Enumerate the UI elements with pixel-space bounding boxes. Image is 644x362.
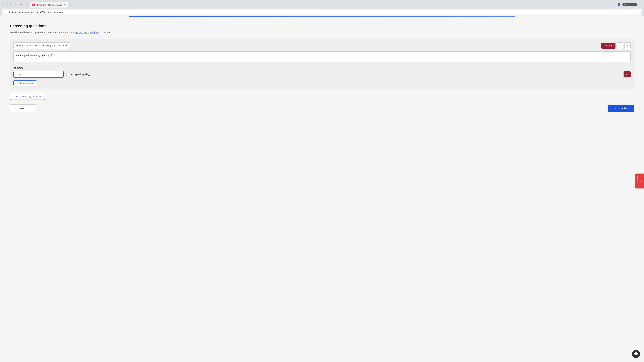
top-banner bbox=[129, 16, 515, 17]
question-type-label: Multiple choice — single answer (radio b… bbox=[16, 44, 65, 47]
question-card-header: Multiple choice — single answer (radio b… bbox=[14, 42, 630, 49]
browser-actions: ☆ ⇩ 👤 Incognito (2) ⋮ bbox=[608, 2, 642, 7]
reload-button[interactable]: ↻ bbox=[24, 2, 29, 6]
feedback-label: Feedback bbox=[636, 176, 639, 186]
tips-link[interactable]: tips and best practices bbox=[75, 31, 98, 34]
chat-icon: 💬 bbox=[634, 352, 638, 356]
back-nav-button[interactable]: ← bbox=[13, 3, 18, 6]
question-textarea[interactable]: Are the products satisfying to buy? bbox=[14, 51, 630, 62]
feedback-widget[interactable]: ✉ Feedback bbox=[635, 173, 644, 188]
add-answer-button[interactable]: + Add new answer bbox=[14, 80, 37, 86]
address-url: insights.hotjar.com/engage/tests/16153/c… bbox=[6, 11, 638, 13]
new-tab-button[interactable]: + bbox=[69, 1, 73, 7]
nav-buttons: Back Go to review bbox=[10, 104, 634, 112]
window-controls bbox=[2, 3, 12, 6]
maximize-button[interactable] bbox=[6, 3, 8, 6]
chevron-down-icon: ▼ bbox=[65, 44, 68, 47]
tabs-row: H Screening - Hotjar Engage ✕ + bbox=[30, 1, 73, 7]
footer: Hotjar Engage (formerly PingPong) bbox=[0, 359, 644, 362]
browser-chrome: ← → ↻ H Screening - Hotjar Engage ✕ + ☆ … bbox=[0, 0, 644, 16]
question-card: Multiple choice — single answer (radio b… bbox=[10, 39, 634, 89]
accepted-qualify-checkbox[interactable] bbox=[66, 73, 70, 76]
accepted-qualify-label: Accepted (qualify) bbox=[71, 73, 90, 76]
accepted-qualify-container: Accepted (qualify) bbox=[66, 73, 90, 76]
menu-button[interactable]: ⋮ bbox=[638, 2, 642, 7]
feedback-icon: ✉ bbox=[640, 180, 643, 182]
forward-nav-button[interactable]: → bbox=[19, 3, 24, 6]
page-title: Screening questions bbox=[10, 24, 634, 28]
profile-button[interactable]: 👤 bbox=[617, 2, 621, 7]
add-screening-question-button[interactable]: + Add screening question bbox=[10, 93, 45, 100]
bookmark-button[interactable]: ☆ bbox=[608, 2, 611, 7]
tab-close-button[interactable]: ✕ bbox=[64, 3, 66, 6]
answers-label: Answers bbox=[14, 66, 630, 69]
answers-section: Answers Accepted (qualify) 🗑 + Add new a… bbox=[14, 66, 630, 86]
tab-title: Screening - Hotjar Engage bbox=[36, 4, 62, 6]
go-to-review-button[interactable]: Go to review bbox=[608, 105, 634, 112]
move-up-button[interactable]: ↑ bbox=[617, 42, 623, 49]
chat-widget[interactable]: 💬 bbox=[632, 350, 640, 358]
address-bar-row: insights.hotjar.com/engage/tests/16153/c… bbox=[2, 8, 642, 16]
delete-answer-button[interactable]: 🗑 bbox=[624, 71, 630, 77]
help-text: Need help with setting up screener quest… bbox=[10, 31, 634, 34]
help-text-before: Need help with setting up screener quest… bbox=[10, 31, 75, 34]
move-down-button[interactable]: ↓ bbox=[624, 42, 630, 49]
active-tab[interactable]: H Screening - Hotjar Engage ✕ bbox=[30, 2, 68, 7]
browser-top-bar: ← → ↻ H Screening - Hotjar Engage ✕ + ☆ … bbox=[2, 1, 642, 7]
answer-title-input[interactable] bbox=[14, 71, 64, 78]
bottom-actions: + Add screening question bbox=[10, 93, 634, 100]
download-button[interactable]: ⇩ bbox=[612, 2, 616, 7]
question-type-select[interactable]: Multiple choice — single answer (radio b… bbox=[14, 42, 70, 49]
back-button[interactable]: Back bbox=[10, 104, 36, 112]
address-bar[interactable]: insights.hotjar.com/engage/tests/16153/c… bbox=[4, 10, 640, 14]
minimize-button[interactable] bbox=[2, 3, 4, 6]
close-button[interactable] bbox=[10, 3, 12, 6]
help-text-after: to consider. bbox=[98, 31, 111, 34]
incognito-badge[interactable]: Incognito (2) bbox=[622, 3, 637, 6]
answer-row: Accepted (qualify) 🗑 bbox=[14, 71, 630, 78]
nav-controls: ← → ↻ bbox=[13, 2, 29, 6]
card-actions: Delete ↑ ↓ bbox=[602, 42, 630, 49]
page-content: Screening questions Need help with setti… bbox=[0, 17, 644, 359]
delete-button[interactable]: Delete bbox=[602, 42, 616, 49]
tab-favicon: H bbox=[32, 3, 35, 6]
